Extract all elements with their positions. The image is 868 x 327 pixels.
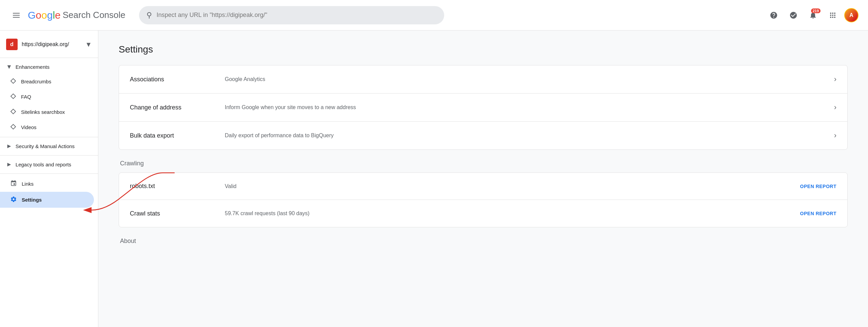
sidebar-item-videos[interactable]: Videos — [0, 120, 94, 135]
legacy-label: Legacy tools and reports — [16, 162, 71, 167]
chevron-icon: › — [834, 103, 836, 112]
hamburger-menu[interactable] — [9, 8, 23, 22]
sidebar-item-label: Links — [22, 181, 34, 187]
svg-rect-3 — [11, 124, 16, 129]
property-icon: d — [6, 39, 18, 50]
app-title: Search Console — [63, 10, 125, 20]
svg-rect-1 — [11, 94, 16, 99]
row-label: Change of address — [130, 104, 225, 111]
settings-row-change-of-address[interactable]: Change of address Inform Google when you… — [119, 94, 847, 122]
row-label: Bulk data export — [130, 132, 225, 139]
chevron-icon: › — [834, 131, 836, 140]
sidebar-item-breadcrumbs[interactable]: Breadcrumbs — [0, 74, 94, 89]
layout: d https://digipeak.org/ ▼ ▼ Enhancements… — [0, 0, 868, 327]
settings-row-crawl-stats[interactable]: Crawl stats 59.7K crawl requests (last 9… — [119, 200, 847, 227]
nav-right: 219 A — [766, 7, 859, 23]
diamond-icon — [10, 78, 16, 85]
main-content: Settings Associations Google Analytics ›… — [98, 30, 868, 327]
settings-row-associations[interactable]: Associations Google Analytics › — [119, 65, 847, 94]
sidebar-section-legacy[interactable]: ► Legacy tools and reports — [0, 158, 94, 171]
open-report-button[interactable]: OPEN REPORT — [800, 211, 836, 216]
top-nav: Google Search Console ⚲ 219 A — [0, 0, 868, 30]
diamond-icon — [10, 124, 16, 131]
sidebar-item-label: Breadcrumbs — [21, 79, 51, 84]
sidebar-item-settings[interactable]: Settings — [0, 192, 94, 208]
row-label: Associations — [130, 76, 225, 83]
chevron-icon: › — [834, 75, 836, 84]
sidebar-divider-2 — [0, 137, 98, 137]
avatar[interactable]: A — [844, 8, 859, 22]
diamond-icon — [10, 93, 16, 100]
sidebar-item-label: FAQ — [21, 94, 31, 100]
settings-row-robots-txt[interactable]: robots.txt Valid OPEN REPORT — [119, 173, 847, 200]
open-report-button[interactable]: OPEN REPORT — [800, 184, 836, 189]
property-selector[interactable]: d https://digipeak.org/ ▼ — [0, 35, 98, 56]
chevron-right-icon: ► — [6, 143, 12, 150]
security-label: Security & Manual Actions — [16, 143, 75, 149]
property-url: https://digipeak.org/ — [22, 41, 81, 47]
links-icon — [10, 180, 17, 188]
search-icon: ⚲ — [146, 11, 152, 20]
row-desc: Inform Google when your site moves to a … — [225, 104, 829, 110]
help-button[interactable] — [766, 7, 782, 23]
settings-row-bulk-data-export[interactable]: Bulk data export Daily export of perform… — [119, 122, 847, 149]
svg-rect-2 — [11, 109, 16, 114]
crawling-section-label: Crawling — [119, 160, 848, 167]
search-input[interactable] — [157, 12, 437, 19]
row-desc: Valid — [225, 183, 793, 189]
sidebar-section-security[interactable]: ► Security & Manual Actions — [0, 139, 94, 153]
sidebar: d https://digipeak.org/ ▼ ▼ Enhancements… — [0, 30, 98, 327]
row-desc: Google Analytics — [225, 76, 829, 82]
svg-rect-0 — [11, 79, 16, 83]
property-chevron-icon: ▼ — [85, 41, 92, 48]
google-logo: Google — [28, 9, 61, 21]
sidebar-divider-3 — [0, 155, 98, 156]
row-desc: 59.7K crawl requests (last 90 days) — [225, 210, 793, 217]
about-section-label: About — [119, 238, 848, 245]
notification-badge: 219 — [811, 8, 821, 13]
sidebar-item-label: Settings — [22, 197, 42, 203]
page-title: Settings — [119, 44, 848, 55]
settings-card-crawling: robots.txt Valid OPEN REPORT Crawl stats… — [119, 172, 848, 227]
search-bar[interactable]: ⚲ — [139, 6, 444, 24]
sidebar-item-links[interactable]: Links — [0, 176, 94, 192]
sidebar-item-label: Videos — [21, 124, 37, 130]
row-label: Crawl stats — [130, 210, 225, 217]
sidebar-section-enhancements[interactable]: ▼ Enhancements — [0, 60, 94, 74]
row-label: robots.txt — [130, 183, 225, 190]
sidebar-item-label: Sitelinks searchbox — [21, 109, 65, 115]
sidebar-item-faq[interactable]: FAQ — [0, 89, 94, 104]
account-button[interactable] — [785, 7, 802, 23]
chevron-right-icon: ► — [6, 161, 12, 168]
sidebar-item-sitelinks[interactable]: Sitelinks searchbox — [0, 104, 94, 120]
sidebar-divider-4 — [0, 173, 98, 174]
row-desc: Daily export of performance data to BigQ… — [225, 132, 829, 139]
settings-card-general: Associations Google Analytics › Change o… — [119, 65, 848, 150]
sidebar-divider — [0, 58, 98, 58]
settings-icon — [10, 196, 17, 204]
diamond-icon — [10, 108, 16, 116]
chevron-down-icon: ▼ — [6, 63, 12, 70]
enhancements-label: Enhancements — [16, 64, 50, 70]
apps-button[interactable] — [825, 7, 841, 23]
notifications-button[interactable]: 219 — [805, 7, 821, 23]
